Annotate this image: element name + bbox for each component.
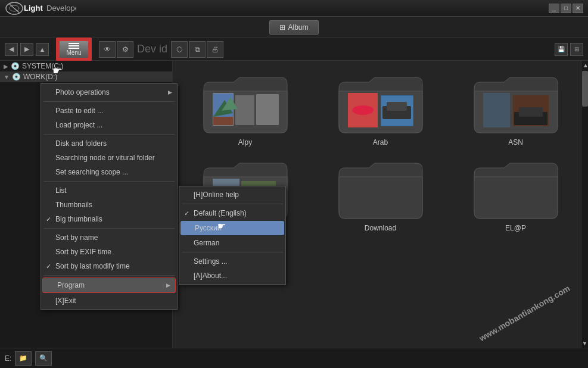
submenu-russian[interactable]: Русский: [181, 221, 284, 235]
app-logo: Light Developer: [5, 2, 76, 15]
menu-sep-3: [43, 181, 175, 182]
view-mode-controls: 💾 ⊞: [555, 43, 583, 56]
album-button[interactable]: ⊞ Album: [269, 20, 318, 35]
exit-label: [X]Exit: [55, 297, 76, 305]
default-en-check: ✓: [184, 210, 189, 217]
about-label: [A]About...: [194, 272, 227, 280]
layers-button[interactable]: ⬡: [171, 41, 188, 58]
svg-point-13: [352, 105, 374, 115]
submenu-about[interactable]: [A]About...: [179, 269, 285, 283]
folder-alpy-icon: [201, 70, 290, 136]
search-button[interactable]: 🔍: [35, 351, 52, 366]
menu-thumbnails[interactable]: Thumbnails: [41, 198, 177, 212]
menu-sort-exif[interactable]: Sort by EXIF time: [41, 245, 177, 259]
minimize-button[interactable]: _: [549, 4, 559, 13]
menu-list[interactable]: List: [41, 183, 177, 198]
eye-button[interactable]: 👁: [99, 41, 116, 58]
online-help-label: [H]Online help: [194, 191, 239, 199]
folder-arab[interactable]: Arab: [318, 70, 443, 146]
save-view-button[interactable]: 💾: [555, 43, 568, 56]
menu-sort-name[interactable]: Sort by name: [41, 230, 177, 245]
menu-search-node[interactable]: Searching node or vitural folder: [41, 151, 177, 165]
menu-program[interactable]: Program: [42, 277, 176, 293]
sort-name-label: Sort by name: [55, 233, 98, 242]
folder-elop[interactable]: EL@P: [453, 156, 578, 232]
sort-modify-check: ✓: [46, 263, 51, 270]
thumbnails-label: Thumbnails: [55, 201, 92, 209]
menu-load-project[interactable]: Load project ...: [41, 118, 177, 132]
main-area: ▶ 💿 SYSTEM(C:) ▼ 💿 WORK(D:): [0, 61, 588, 348]
sidebar-system-label: SYSTEM(C:): [22, 62, 63, 70]
program-submenu: [H]Online help ✓ Default (English) Русск…: [179, 186, 286, 285]
app-logo-area: Light Developer: [5, 2, 76, 15]
menu-photo-ops[interactable]: Photo operations: [41, 85, 177, 99]
paste-edit-label: Paste to edit ...: [55, 107, 103, 115]
folder-elop-icon: [471, 156, 561, 222]
search-node-label: Searching node or vitural folder: [55, 154, 155, 162]
menu-set-search[interactable]: Set searching scope ...: [41, 165, 177, 179]
folder-asn-icon: [471, 70, 561, 136]
back-button[interactable]: ◀: [5, 43, 18, 56]
big-thumbs-check: ✓: [46, 216, 51, 223]
folder-download-label: Download: [365, 224, 396, 232]
folder-elop-label: EL@P: [505, 224, 526, 232]
submenu-sep-1: [182, 204, 283, 204]
load-project-label: Load project ...: [55, 121, 102, 129]
collapse-icon-work: ▼: [4, 74, 10, 80]
menu-paste-edit[interactable]: Paste to edit ...: [41, 104, 177, 118]
folder-download[interactable]: Download: [318, 156, 443, 232]
title-bar: Light Developer _ □ ✕: [0, 0, 588, 17]
sort-modify-label: Sort by last modify time: [55, 262, 130, 270]
submenu-settings[interactable]: Settings ...: [179, 254, 285, 269]
russian-label: Русский: [195, 224, 222, 232]
close-button[interactable]: ✕: [573, 4, 583, 13]
svg-text:Light: Light: [24, 4, 43, 13]
menu-button[interactable]: Menu: [58, 39, 90, 60]
menu-button-label: Menu: [66, 49, 81, 56]
grid-view-button[interactable]: ⊞: [570, 43, 583, 56]
copy-button[interactable]: ⧉: [189, 41, 206, 58]
submenu-default-en[interactable]: ✓ Default (English): [179, 206, 285, 220]
menu-sep-4: [43, 228, 175, 229]
submenu-online-help[interactable]: [H]Online help: [179, 188, 285, 202]
drive-icon-work: 💿: [12, 73, 21, 81]
window-controls[interactable]: _ □ ✕: [549, 4, 583, 13]
sidebar-work-label: WORK(D:): [23, 73, 57, 81]
sidebar-item-system[interactable]: ▶ 💿 SYSTEM(C:): [0, 61, 172, 71]
menu-sort-modify[interactable]: ✓ Sort by last modify time: [41, 259, 177, 273]
svg-rect-18: [483, 93, 510, 127]
context-menu: Photo operations Paste to edit ... Load …: [41, 83, 178, 310]
program-label: Program: [57, 281, 85, 289]
folder-button[interactable]: 📁: [15, 351, 32, 366]
tools-button[interactable]: ⚙: [117, 41, 133, 58]
set-search-label: Set searching scope ...: [55, 168, 128, 176]
menu-sep-2: [43, 134, 175, 135]
svg-rect-6: [235, 95, 254, 125]
folder-alpy-label: Alpy: [238, 138, 252, 146]
german-label: German: [194, 239, 219, 247]
submenu-german[interactable]: German: [179, 236, 285, 250]
menu-big-thumbs[interactable]: ✓ Big thumbnails: [41, 212, 177, 226]
forward-button[interactable]: ▶: [20, 43, 33, 56]
folder-alpy[interactable]: Alpy: [182, 70, 308, 146]
up-button[interactable]: ▲: [36, 43, 49, 56]
menu-exit[interactable]: [X]Exit: [41, 294, 177, 308]
maximize-button[interactable]: □: [561, 4, 571, 13]
scrollbar[interactable]: ▲ ▼: [581, 61, 588, 348]
folder-arab-label: Arab: [373, 138, 388, 146]
album-grid-icon: ⊞: [279, 23, 285, 32]
sort-exif-label: Sort by EXIF time: [55, 248, 111, 256]
menu-disk-folders[interactable]: Disk and folders: [41, 136, 177, 151]
folder-asn[interactable]: ASN: [453, 70, 578, 146]
svg-rect-21: [519, 107, 543, 117]
collapse-icon: ▶: [4, 63, 8, 70]
svg-rect-17: [387, 102, 407, 111]
album-label: Album: [288, 23, 308, 32]
print-button[interactable]: 🖨: [207, 41, 223, 58]
big-thumbs-label: Big thumbnails: [55, 215, 102, 223]
svg-rect-11: [213, 117, 233, 125]
secondary-toolbar: ◀ ▶ ▲ Menu 👁 ⚙ Dev id ⬡ ⧉ 🖨 💾 ⊞: [0, 38, 588, 61]
sidebar-item-work[interactable]: ▼ 💿 WORK(D:): [0, 71, 172, 82]
svg-rect-7: [256, 94, 279, 125]
scrollbar-thumb[interactable]: [582, 71, 588, 107]
